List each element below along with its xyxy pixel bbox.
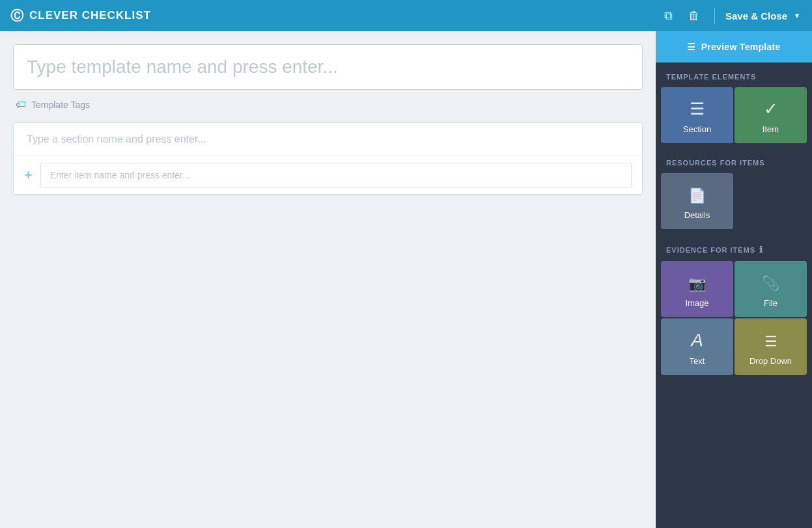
right-sidebar: ☰ Preview Template TEMPLATE ELEMENTS Sec…	[656, 31, 812, 528]
item-row: +	[14, 156, 642, 194]
details-tile[interactable]: Details	[661, 173, 733, 229]
dropdown-icon	[764, 331, 777, 351]
file-icon	[762, 273, 779, 293]
app-logo: Ⓒ CLEVER CHECKLIST	[10, 7, 151, 25]
delete-button[interactable]: 🗑	[682, 5, 707, 27]
item-tile[interactable]: Item	[735, 87, 807, 143]
section-name-input[interactable]	[14, 123, 642, 156]
text-tile-label: Text	[690, 356, 705, 366]
section-box: +	[13, 122, 643, 195]
template-elements-grid: Section Item	[656, 87, 812, 148]
save-close-dropdown-button[interactable]: ▾	[792, 7, 802, 24]
header-divider	[714, 8, 715, 23]
resources-grid: Details	[656, 173, 812, 234]
template-tags-label: Template Tags	[31, 100, 90, 110]
app-header: Ⓒ CLEVER CHECKLIST ⧉ 🗑 Save & Close ▾	[0, 0, 812, 31]
add-item-button[interactable]: +	[24, 168, 33, 182]
evidence-title: EVIDENCE FOR ITEMS ℹ	[656, 234, 812, 261]
section-icon	[690, 99, 705, 119]
resources-title: RESOURCES FOR ITEMS	[656, 148, 812, 173]
file-tile-label: File	[764, 298, 777, 308]
header-actions: ⧉ 🗑 Save & Close ▾	[658, 5, 802, 27]
section-tile-label: Section	[683, 124, 711, 134]
item-name-input[interactable]	[40, 163, 632, 188]
main-layout: 🏷 Template Tags + ☰ Preview Template TEM…	[0, 31, 812, 528]
details-icon	[688, 185, 706, 205]
copy-button[interactable]: ⧉	[658, 5, 679, 27]
logo-text: CLEVER CHECKLIST	[29, 9, 151, 22]
chevron-down-icon: ▾	[795, 11, 799, 20]
dropdown-tile[interactable]: Drop Down	[735, 318, 807, 375]
file-tile[interactable]: File	[735, 261, 807, 317]
logo-icon: Ⓒ	[10, 7, 24, 25]
details-tile-label: Details	[684, 210, 710, 220]
template-elements-title: TEMPLATE ELEMENTS	[656, 63, 812, 87]
copy-icon: ⧉	[664, 9, 673, 22]
preview-icon: ☰	[687, 42, 695, 52]
image-tile-label: Image	[685, 298, 708, 308]
evidence-info-icon[interactable]: ℹ	[759, 245, 763, 255]
tag-icon: 🏷	[16, 99, 26, 111]
image-icon	[688, 273, 706, 293]
item-tile-label: Item	[763, 124, 779, 134]
save-close-button[interactable]: Save & Close	[723, 7, 790, 25]
trash-icon: 🗑	[688, 9, 700, 22]
template-name-input[interactable]	[13, 44, 643, 90]
evidence-grid: Image File Text Drop Down	[656, 261, 812, 380]
template-tags-row: 🏷 Template Tags	[13, 99, 643, 111]
section-tile[interactable]: Section	[661, 87, 733, 143]
content-area: 🏷 Template Tags +	[0, 31, 656, 528]
text-tile[interactable]: Text	[661, 318, 733, 375]
text-icon	[691, 330, 703, 351]
preview-template-button[interactable]: ☰ Preview Template	[656, 31, 812, 63]
dropdown-tile-label: Drop Down	[749, 356, 792, 366]
preview-label: Preview Template	[701, 42, 781, 52]
item-icon	[764, 99, 778, 119]
image-tile[interactable]: Image	[661, 261, 733, 317]
